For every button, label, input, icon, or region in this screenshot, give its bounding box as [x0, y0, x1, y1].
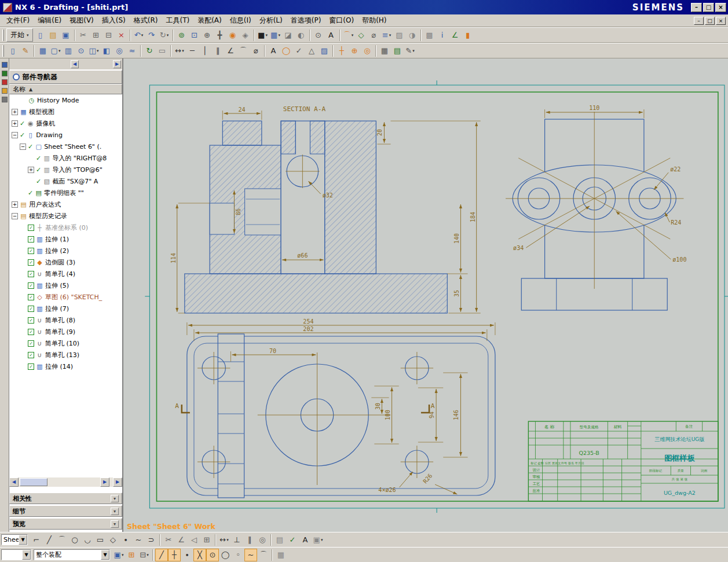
name-column-header[interactable]: 名称 ▲: [9, 84, 122, 94]
dim-text-sec_a_right[interactable]: A: [431, 402, 435, 410]
angular-dimension-button[interactable]: ∠: [224, 45, 237, 57]
dim-text-v1_h20[interactable]: 20: [376, 129, 383, 136]
render-style-dropdown-arrow-icon[interactable]: ▾: [265, 33, 268, 38]
filter-save-dropdown-arrow-icon[interactable]: ▾: [122, 553, 124, 557]
tree-item[interactable]: ✓▥拉伸 (14): [9, 361, 122, 372]
tree-item[interactable]: ◷History Mode: [9, 94, 122, 106]
dim-text-v1_h114[interactable]: 114: [170, 253, 177, 263]
dim-text-v3_w202[interactable]: 202: [303, 326, 313, 332]
checkmark-icon[interactable]: ✓: [36, 155, 41, 162]
dim-text-v2_r24[interactable]: R24: [671, 219, 681, 226]
pan-button[interactable]: ╋: [214, 29, 226, 42]
snap-intersection-button[interactable]: ╳: [193, 549, 206, 561]
feature-checkbox[interactable]: ✓: [28, 329, 34, 335]
annotation-text-button[interactable]: A: [325, 29, 338, 42]
information-button[interactable]: i: [436, 29, 449, 42]
feature-checkbox[interactable]: ✓: [28, 352, 34, 358]
scroll-right-icon[interactable]: ▶: [100, 477, 109, 487]
surface-finish-symbol-button[interactable]: ✓: [292, 45, 305, 57]
preview-panel-header[interactable]: 预览▾: [9, 518, 122, 530]
layer-settings-button[interactable]: ≡▾: [381, 29, 393, 42]
spline-button[interactable]: ~: [132, 534, 145, 546]
start-menu-button[interactable]: 开始 ▾: [6, 28, 33, 42]
restore-button[interactable]: □: [703, 3, 714, 12]
dependencies-panel-header[interactable]: 相关性▾: [9, 493, 122, 504]
feature-checkbox[interactable]: ✓: [28, 363, 34, 370]
selection-scope-arrow-icon[interactable]: ▼: [101, 550, 109, 560]
rotate-view-button[interactable]: ◉: [226, 29, 239, 42]
curve-tools-button[interactable]: ⌒▾: [342, 29, 355, 42]
checkmark-icon[interactable]: ✓: [36, 178, 41, 185]
refresh-view-button[interactable]: ⊚: [175, 29, 188, 42]
point-button[interactable]: ∙: [119, 534, 132, 546]
menu-item[interactable]: 帮助(H): [358, 14, 390, 27]
view-boundary-button[interactable]: ▭: [156, 45, 169, 57]
break-view-button[interactable]: ≈: [126, 45, 138, 57]
assembly-cube-button[interactable]: ▦: [275, 549, 287, 561]
view-flange[interactable]: [506, 112, 683, 310]
save-file-button[interactable]: ▣: [60, 29, 72, 42]
bolt-circle-centerline-button[interactable]: ◎: [361, 45, 374, 57]
feature-checkbox[interactable]: ✓: [28, 271, 34, 277]
base-view-button[interactable]: ▢▾: [49, 45, 62, 57]
section-view-button[interactable]: ◫▾: [87, 45, 100, 57]
tree-item[interactable]: +✓▥导入的 "TOP@6": [9, 164, 122, 175]
dim-text-v3_h146[interactable]: 146: [453, 410, 459, 420]
checkmark-icon[interactable]: ✓: [28, 143, 33, 150]
weld-symbol-button[interactable]: △: [305, 45, 318, 57]
palette-button[interactable]: ▮: [462, 29, 474, 42]
view-section-aa[interactable]: [185, 121, 447, 313]
general-selection-button[interactable]: ⊟▾: [138, 549, 151, 561]
minimize-button[interactable]: –: [691, 3, 702, 12]
checkmark-icon[interactable]: ✓: [36, 166, 41, 174]
snap-view-button[interactable]: ⊙: [312, 29, 325, 42]
half-section-view-button[interactable]: ◧: [100, 45, 113, 57]
snap-tangent-button[interactable]: ⌒: [257, 549, 270, 561]
dim-text-v3_h94[interactable]: 94: [429, 412, 435, 418]
tree-item[interactable]: ✓∪简单孔 (13): [9, 349, 122, 361]
sketch-button[interactable]: ◇: [355, 29, 368, 42]
dim-text-v2_d34[interactable]: ø34: [513, 245, 524, 251]
menu-item[interactable]: 首选项(P): [287, 14, 325, 27]
inferred-dimension-button[interactable]: ↔▾: [173, 45, 186, 57]
tree-item[interactable]: ✓▧截面 "SX@7" A: [9, 175, 122, 187]
close-button[interactable]: ×: [715, 3, 726, 12]
feature-checkbox[interactable]: ✓: [28, 282, 34, 289]
sort-ascending-icon[interactable]: ▲: [29, 87, 32, 92]
dim-text-v3_w70[interactable]: 70: [269, 348, 276, 354]
expand-icon[interactable]: +: [12, 201, 18, 208]
selection-filter-combo[interactable]: ▼: [1, 549, 31, 560]
menu-item[interactable]: 分析(L): [255, 14, 287, 27]
titlebar[interactable]: NX 6 - Drafting - [shiti.prt] SIEMENS – …: [0, 0, 728, 14]
tree-item[interactable]: ✓∪简单孔 (4): [9, 268, 122, 280]
expand-icon[interactable]: +: [12, 120, 18, 127]
sheet-selector-arrow-icon[interactable]: ▼: [19, 535, 27, 545]
show-hide-button[interactable]: ◑: [406, 29, 419, 42]
feature-checkbox[interactable]: ✓: [28, 236, 34, 243]
repeat-command-dropdown-arrow-icon[interactable]: ▾: [167, 33, 169, 38]
chamfer-button[interactable]: ∠: [175, 534, 188, 546]
tree-item[interactable]: ✓▤零件明细表 "": [9, 187, 122, 199]
fillet-button[interactable]: ◡: [81, 534, 94, 546]
layer-settings-dropdown-arrow-icon[interactable]: ▾: [389, 33, 392, 38]
dim-text-v2_d100[interactable]: ø100: [672, 256, 686, 263]
dim-text-v3_h100[interactable]: 100: [384, 410, 390, 420]
delete-button[interactable]: ×: [115, 29, 128, 42]
snap-endpoint-button[interactable]: ╱: [155, 549, 168, 561]
tree-item[interactable]: −✓▢Sheet "Sheet 6" (.: [9, 141, 122, 152]
scroll-left-icon[interactable]: ◀: [9, 477, 19, 487]
offset-curve-button[interactable]: ⊃: [145, 534, 158, 546]
polygon-button[interactable]: ◇: [107, 534, 119, 546]
center-mark-button[interactable]: ⊕: [348, 45, 361, 57]
snap-point-on-curve-button[interactable]: ~: [244, 549, 257, 561]
open-file-button[interactable]: ▤: [47, 29, 60, 42]
dim-text-sec_a_left[interactable]: A: [175, 402, 179, 410]
base-view-dropdown-arrow-icon[interactable]: ▾: [58, 49, 61, 53]
panel-scroll-right-icon[interactable]: ▶: [113, 477, 122, 487]
tree-item[interactable]: ✓∪简单孔 (9): [9, 326, 122, 337]
menu-item[interactable]: 窗口(O): [325, 14, 358, 27]
section-display-button[interactable]: ◪: [282, 29, 295, 42]
dim-text-v1_d66[interactable]: ø66: [297, 252, 308, 259]
menu-item[interactable]: 装配(A): [193, 14, 226, 27]
collapse-icon[interactable]: −: [12, 213, 18, 219]
